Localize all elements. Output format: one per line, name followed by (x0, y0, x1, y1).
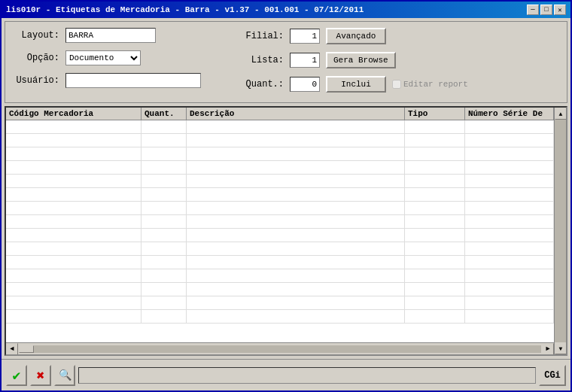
scroll-right-button[interactable]: ► (542, 343, 554, 355)
layout-row: Layout: (14, 28, 201, 43)
table-row[interactable] (6, 215, 554, 229)
vertical-scroll-track[interactable] (555, 120, 566, 342)
confirm-button[interactable]: ✔ (6, 365, 27, 386)
table-row[interactable] (6, 283, 554, 296)
usuario-row: Usuário: (14, 73, 201, 88)
table-row[interactable] (6, 310, 554, 324)
scroll-track[interactable] (19, 345, 541, 353)
x-icon: ✖ (37, 367, 45, 384)
search-button[interactable]: 🔍 (54, 365, 75, 386)
cancel-button[interactable]: ✖ (30, 365, 51, 386)
quant-row: Quant.: Inclui Editar report (239, 76, 468, 93)
inclui-button[interactable]: Inclui (326, 76, 386, 93)
title-bar: lis010r - Etiquetas de Mercadoria - Barr… (2, 2, 570, 18)
table-header: Código Mercadoria Quant. Descrição Tipo … (6, 108, 554, 120)
minimize-button[interactable]: ─ (527, 5, 539, 15)
scroll-up-button[interactable]: ▲ (555, 108, 566, 120)
editar-report-checkbox[interactable] (392, 80, 401, 89)
col-header-codigo: Código Mercadoria (6, 108, 141, 120)
editar-report-label: Editar report (403, 80, 468, 89)
col-header-quant: Quant. (141, 108, 187, 120)
lista-input[interactable] (290, 53, 320, 68)
status-bar (78, 367, 536, 384)
window-title: lis010r - Etiquetas de Mercadoria - Barr… (6, 5, 364, 14)
table-row[interactable] (6, 256, 554, 269)
opcao-select[interactable]: Documento Manual (65, 50, 141, 65)
vertical-scrollbar: ▲ ▼ (554, 108, 566, 354)
table-row[interactable] (6, 120, 554, 134)
close-button[interactable]: ✕ (554, 5, 566, 15)
col-header-descricao: Descrição (187, 108, 405, 120)
usuario-label: Usuário: (14, 75, 59, 86)
filial-label: Filial: (239, 31, 284, 41)
title-controls: ─ □ ✕ (527, 5, 566, 15)
filial-row: Filial: Avançado (239, 28, 468, 44)
lista-label: Lista: (239, 55, 284, 65)
table-row[interactable] (6, 296, 554, 310)
opcao-row: Opção: Documento Manual (14, 50, 201, 65)
table-row[interactable] (6, 161, 554, 175)
layout-label: Layout: (14, 30, 59, 41)
form-area: Layout: Opção: Documento Manual Usuário: (5, 21, 567, 103)
table-with-scrollbar: Código Mercadoria Quant. Descrição Tipo … (6, 108, 566, 354)
table-row[interactable] (6, 188, 554, 202)
editar-report-container: Editar report (392, 80, 468, 89)
main-window: lis010r - Etiquetas de Mercadoria - Barr… (0, 0, 572, 392)
table-container: Código Mercadoria Quant. Descrição Tipo … (5, 106, 567, 356)
table-row[interactable] (6, 242, 554, 256)
usuario-input[interactable] (65, 73, 201, 88)
table-row[interactable] (6, 175, 554, 188)
table-row[interactable] (6, 134, 554, 147)
table-row[interactable] (6, 269, 554, 283)
scroll-down-button[interactable]: ▼ (555, 342, 566, 354)
col-header-numero: Número Série De (465, 108, 554, 120)
scroll-left-button[interactable]: ◄ (6, 343, 18, 355)
table-body (6, 120, 554, 342)
search-icon: 🔍 (59, 369, 72, 381)
layout-input[interactable] (65, 28, 156, 43)
check-icon: ✔ (13, 367, 21, 384)
gera-browse-button[interactable]: Gera Browse (326, 52, 396, 68)
quant-label: Quant.: (239, 79, 284, 90)
table-row[interactable] (6, 229, 554, 242)
cgi-button[interactable]: CGi (539, 365, 566, 386)
table-row[interactable] (6, 202, 554, 215)
scroll-thumb[interactable] (19, 345, 34, 353)
quant-input[interactable] (290, 77, 320, 92)
opcao-label: Opção: (14, 53, 59, 63)
horizontal-scrollbar: ◄ ► (6, 342, 554, 354)
col-header-tipo: Tipo (405, 108, 465, 120)
table-row[interactable] (6, 147, 554, 161)
maximize-button[interactable]: □ (540, 5, 552, 15)
avancado-button[interactable]: Avançado (326, 28, 386, 44)
lista-row: Lista: Gera Browse (239, 52, 468, 68)
bottom-toolbar: ✔ ✖ 🔍 CGi (2, 359, 570, 390)
filial-input[interactable] (290, 29, 320, 44)
